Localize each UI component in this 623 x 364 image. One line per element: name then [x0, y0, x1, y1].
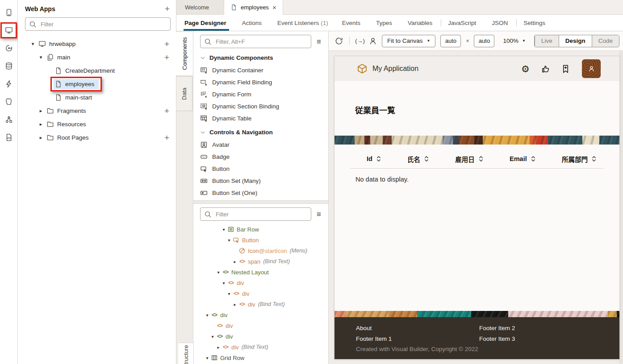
tree-item-content[interactable]: Fragments [46, 106, 91, 116]
designer-tab[interactable]: Actions [236, 15, 269, 31]
right-icon[interactable]: ▸ [231, 259, 238, 264]
down-icon[interactable]: ▾ [220, 281, 227, 285]
down-icon[interactable]: ▾ [204, 356, 211, 360]
tree-item[interactable]: CreateDepartment + [18, 64, 176, 77]
down-icon[interactable]: ▾ [28, 41, 38, 47]
tab-components[interactable]: Components [176, 32, 193, 75]
app-preview-page[interactable]: My Application ⚙ 従業員一覧 [334, 56, 620, 360]
structure-tree-item[interactable]: ▾ <> div [193, 331, 328, 342]
component-palette-item[interactable]: Dynamic Form [193, 88, 328, 100]
down-icon[interactable]: ▾ [226, 291, 233, 296]
designer-tab[interactable]: Events [336, 15, 368, 31]
component-palette-item[interactable]: Button [193, 163, 328, 175]
structure-tree-item[interactable]: ▸ <> div (Bind Text) [193, 299, 328, 310]
structure-tree-item[interactable]: ▸ <> div (Bind Text) [193, 342, 328, 352]
source-view-nav[interactable] [0, 128, 17, 146]
component-palette-item[interactable]: Dynamic Section Binding [193, 100, 328, 112]
down-icon[interactable]: ▾ [36, 54, 46, 60]
structure-menu-icon[interactable]: ≡ [317, 211, 321, 218]
footer-link[interactable]: Footer Item 3 [479, 334, 515, 344]
table-column-header[interactable]: Id [367, 155, 381, 162]
designer-tab[interactable]: Types [370, 15, 400, 31]
tab-welcome[interactable]: Welcome [176, 0, 224, 14]
footer-link[interactable]: About [356, 323, 479, 334]
structure-tree-item[interactable]: ▾ <> div [193, 277, 328, 288]
structure-tree-item[interactable]: ▾ Grid Row [193, 352, 328, 363]
component-palette-item[interactable]: Badge [193, 151, 328, 163]
tree-item-content[interactable]: employees [54, 79, 99, 89]
add-button[interactable]: + [164, 40, 169, 48]
tree-item[interactable]: ▾ hrwebapp + [18, 37, 176, 50]
bookmark-add-icon[interactable] [561, 64, 570, 74]
tree-item[interactable]: main-start + [18, 91, 176, 104]
tree-item[interactable]: employees + [18, 77, 176, 91]
add-button[interactable]: + [164, 133, 169, 142]
canvas-width-input[interactable]: auto [440, 35, 461, 47]
components-nav[interactable] [0, 93, 17, 111]
panel-splitter[interactable] [193, 200, 328, 204]
tab-structure[interactable]: Structure [178, 343, 194, 364]
down-icon[interactable]: ▾ [226, 238, 233, 243]
right-icon[interactable]: ▸ [36, 121, 46, 127]
down-icon[interactable]: ▾ [204, 313, 211, 318]
live-pointer-icon[interactable]: (→) [356, 37, 364, 45]
sort-icon[interactable] [424, 155, 429, 162]
designer-tab[interactable]: Page Designer [179, 15, 234, 31]
gear-icon[interactable]: ⚙ [521, 64, 530, 74]
tree-item-content[interactable]: Resources [46, 119, 91, 129]
structure-tree-item[interactable]: ▾ <> div [193, 310, 328, 320]
diagram-nav[interactable] [0, 111, 17, 128]
tree-item-content[interactable]: main [46, 52, 75, 62]
table-column-header[interactable]: 所属部門 [562, 154, 596, 164]
footer-link[interactable]: Footer Item 2 [479, 323, 515, 334]
structure-tree-item[interactable]: ▾ Button [193, 235, 328, 245]
mobile-applications-nav[interactable] [0, 4, 17, 21]
refresh-icon[interactable] [335, 37, 343, 45]
web-applications-nav[interactable] [0, 21, 17, 39]
component-palette-item[interactable]: Dynamic Table [193, 112, 328, 124]
down-icon[interactable]: ▾ [215, 270, 222, 275]
processes-nav[interactable] [0, 75, 17, 93]
component-palette-item[interactable]: Dynamic Field Binding [193, 76, 328, 88]
tab-data[interactable]: Data [176, 76, 192, 111]
component-palette-item[interactable]: Button Set (Many) [193, 175, 328, 187]
tree-item[interactable]: ▸ Fragments + [18, 104, 176, 117]
add-web-app-button[interactable]: + [165, 4, 170, 13]
tree-item[interactable]: ▸ Root Pages + [18, 131, 176, 144]
structure-filter[interactable] [200, 207, 311, 221]
thumbs-up-icon[interactable] [541, 64, 550, 74]
business-objects-nav[interactable] [0, 57, 17, 75]
sort-icon[interactable] [531, 155, 535, 162]
mode-button[interactable]: Code [592, 35, 619, 47]
tree-item-content[interactable]: hrwebapp [38, 39, 80, 49]
section-controls-navigation[interactable]: Controls & Navigation [193, 124, 328, 139]
down-icon[interactable]: ▾ [220, 227, 227, 232]
user-avatar[interactable] [582, 59, 601, 78]
structure-tree-item[interactable]: <> div [193, 320, 328, 331]
components-filter[interactable] [200, 35, 311, 48]
section-dynamic-components[interactable]: Dynamic Components [193, 50, 328, 64]
components-filter-input[interactable] [215, 38, 307, 46]
right-icon[interactable]: ▸ [36, 135, 46, 141]
right-icon[interactable]: ▸ [231, 302, 238, 307]
tree-item[interactable]: ▸ Resources + [18, 117, 176, 131]
footer-link[interactable]: Footer Item 1 [356, 334, 479, 344]
designer-tab[interactable]: JavaScript [442, 15, 484, 31]
designer-tab[interactable]: Variables [402, 15, 440, 31]
app-logo-icon[interactable] [357, 63, 368, 74]
component-palette-item[interactable]: Avatar [193, 139, 328, 151]
tab-employees[interactable]: employees × [224, 0, 283, 15]
designer-tab[interactable]: Event Listeners (1) [272, 15, 334, 31]
user-role-icon[interactable] [369, 37, 377, 45]
component-palette-item[interactable]: Dynamic Container [193, 64, 328, 76]
designer-tab[interactable]: JSON [486, 15, 515, 31]
table-column-header[interactable]: 氏名 [407, 154, 429, 164]
sort-icon[interactable] [592, 155, 596, 162]
right-icon[interactable]: ▸ [215, 345, 222, 350]
tree-item[interactable]: ▾ main + [18, 50, 176, 64]
webapps-filter-input[interactable] [40, 21, 167, 28]
add-button[interactable]: + [164, 107, 169, 115]
zoom-select[interactable]: 100% ▼ [503, 37, 525, 44]
structure-filter-input[interactable] [215, 211, 307, 218]
fit-to-canvas-select[interactable]: Fit to Canvas ▼ [382, 35, 435, 47]
